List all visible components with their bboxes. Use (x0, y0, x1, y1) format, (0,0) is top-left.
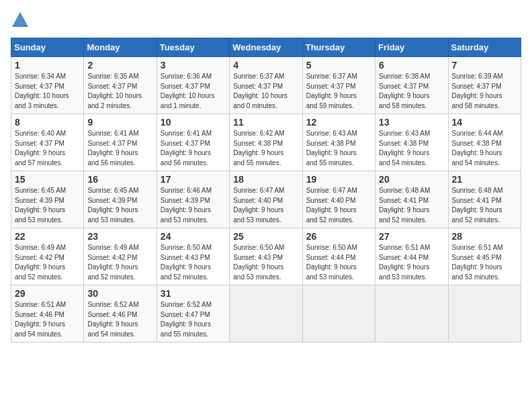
day-info: Sunrise: 6:50 AMSunset: 4:43 PMDaylight:… (161, 243, 226, 282)
day-info: Sunrise: 6:38 AMSunset: 4:37 PMDaylight:… (379, 72, 444, 111)
day-info-line: and 54 minutes. (379, 159, 427, 167)
day-info-line: Sunrise: 6:48 AM (452, 187, 503, 194)
day-info: Sunrise: 6:37 AMSunset: 4:37 PMDaylight:… (233, 72, 298, 111)
calendar-cell: 31Sunrise: 6:52 AMSunset: 4:47 PMDayligh… (157, 285, 229, 342)
day-info-line: Sunset: 4:44 PM (306, 254, 356, 261)
day-info-line: and 56 minutes. (161, 159, 208, 167)
day-info-line: Daylight: 9 hours (15, 149, 65, 156)
col-header-saturday: Saturday (448, 38, 521, 57)
day-info-line: Sunrise: 6:45 AM (15, 187, 66, 194)
day-number: 22 (15, 231, 80, 242)
day-info-line: and 53 minutes. (379, 273, 427, 281)
day-info: Sunrise: 6:51 AMSunset: 4:45 PMDaylight:… (452, 243, 517, 282)
day-info-line: Sunrise: 6:51 AM (379, 244, 430, 251)
day-info: Sunrise: 6:47 AMSunset: 4:40 PMDaylight:… (233, 186, 298, 225)
day-number: 19 (306, 174, 371, 185)
day-info-line: Sunset: 4:40 PM (306, 197, 356, 204)
day-info-line: Sunset: 4:39 PM (161, 197, 210, 204)
col-header-tuesday: Tuesday (157, 38, 229, 57)
day-info: Sunrise: 6:49 AMSunset: 4:42 PMDaylight:… (15, 243, 80, 282)
day-info-line: and 58 minutes. (379, 102, 427, 109)
day-number: 13 (379, 117, 444, 128)
day-info: Sunrise: 6:46 AMSunset: 4:39 PMDaylight:… (161, 186, 226, 225)
day-number: 30 (87, 288, 152, 299)
day-info-line: Sunset: 4:45 PM (452, 254, 502, 261)
day-info-line: and 2 minutes. (87, 102, 132, 109)
day-number: 24 (161, 231, 226, 242)
calendar-cell (302, 285, 375, 342)
day-info: Sunrise: 6:42 AMSunset: 4:38 PMDaylight:… (233, 129, 298, 168)
calendar-cell: 10Sunrise: 6:41 AMSunset: 4:37 PMDayligh… (157, 114, 229, 171)
day-info-line: Daylight: 9 hours (161, 263, 211, 271)
day-info-line: Sunrise: 6:43 AM (379, 130, 430, 137)
day-info-line: Daylight: 9 hours (452, 149, 502, 156)
day-info-line: Sunrise: 6:43 AM (306, 130, 357, 137)
day-info-line: Sunset: 4:46 PM (87, 311, 137, 318)
day-info-line: and 58 minutes. (452, 102, 500, 109)
day-info-line: and 53 minutes. (87, 216, 135, 224)
col-header-friday: Friday (375, 38, 448, 57)
day-info-line: and 54 minutes. (452, 159, 500, 167)
day-number: 16 (87, 174, 152, 185)
day-info-line: Sunrise: 6:40 AM (15, 130, 66, 137)
day-number: 26 (306, 231, 371, 242)
day-info-line: and 52 minutes. (15, 273, 62, 281)
day-info-line: Daylight: 9 hours (161, 320, 211, 328)
day-info-line: Sunset: 4:41 PM (452, 197, 502, 204)
day-info-line: Sunrise: 6:49 AM (87, 244, 138, 251)
day-info-line: Sunset: 4:44 PM (379, 254, 429, 261)
day-info-line: Daylight: 10 hours (15, 92, 69, 99)
day-info-line: Sunset: 4:37 PM (15, 140, 64, 147)
day-info-line: Sunrise: 6:52 AM (161, 301, 212, 308)
calendar-cell (375, 285, 448, 342)
calendar-cell: 25Sunrise: 6:50 AMSunset: 4:43 PMDayligh… (230, 228, 302, 285)
day-info-line: and 54 minutes. (15, 330, 62, 338)
calendar-cell: 30Sunrise: 6:52 AMSunset: 4:46 PMDayligh… (84, 285, 157, 342)
day-info-line: Sunrise: 6:38 AM (379, 73, 430, 80)
day-number: 17 (161, 174, 226, 185)
day-info-line: and 3 minutes. (15, 102, 59, 109)
day-number: 2 (87, 60, 152, 71)
day-info-line: Sunset: 4:37 PM (379, 83, 429, 90)
calendar-cell: 17Sunrise: 6:46 AMSunset: 4:39 PMDayligh… (157, 171, 229, 228)
calendar-cell: 11Sunrise: 6:42 AMSunset: 4:38 PMDayligh… (230, 114, 302, 171)
day-info-line: Sunset: 4:43 PM (161, 254, 210, 261)
day-info-line: Sunset: 4:37 PM (233, 83, 283, 90)
day-info-line: and 52 minutes. (87, 273, 135, 281)
day-info-line: Daylight: 10 hours (161, 92, 215, 99)
day-number: 9 (87, 117, 152, 128)
calendar-cell: 16Sunrise: 6:45 AMSunset: 4:39 PMDayligh… (84, 171, 157, 228)
calendar-cell (230, 285, 302, 342)
day-info: Sunrise: 6:51 AMSunset: 4:44 PMDaylight:… (379, 243, 444, 282)
calendar-cell: 19Sunrise: 6:47 AMSunset: 4:40 PMDayligh… (302, 171, 375, 228)
day-info-line: Sunrise: 6:39 AM (452, 73, 503, 80)
calendar-week-2: 8Sunrise: 6:40 AMSunset: 4:37 PMDaylight… (11, 114, 521, 171)
day-info-line: Sunset: 4:39 PM (15, 197, 64, 204)
day-info-line: Daylight: 9 hours (379, 206, 429, 214)
day-info-line: Sunrise: 6:51 AM (452, 244, 503, 251)
day-info-line: and 0 minutes. (233, 102, 277, 109)
day-info-line: and 55 minutes. (161, 330, 208, 338)
day-info-line: Sunset: 4:37 PM (306, 83, 356, 90)
calendar-cell: 22Sunrise: 6:49 AMSunset: 4:42 PMDayligh… (11, 228, 84, 285)
calendar-cell: 5Sunrise: 6:37 AMSunset: 4:37 PMDaylight… (302, 57, 375, 114)
calendar-cell: 21Sunrise: 6:48 AMSunset: 4:41 PMDayligh… (448, 171, 521, 228)
day-number: 6 (379, 60, 444, 71)
day-info-line: Daylight: 9 hours (87, 149, 138, 156)
day-info-line: and 59 minutes. (306, 102, 354, 109)
day-info-line: Daylight: 9 hours (306, 92, 357, 99)
calendar-table: SundayMondayTuesdayWednesdayThursdayFrid… (11, 38, 521, 342)
day-info-line: Daylight: 9 hours (379, 92, 429, 99)
day-info-line: Sunset: 4:37 PM (161, 140, 210, 147)
day-info-line: Sunset: 4:37 PM (87, 140, 137, 147)
day-info-line: and 52 minutes. (161, 273, 208, 281)
day-info: Sunrise: 6:37 AMSunset: 4:37 PMDaylight:… (306, 72, 371, 111)
day-info: Sunrise: 6:34 AMSunset: 4:37 PMDaylight:… (15, 72, 80, 111)
calendar-week-5: 29Sunrise: 6:51 AMSunset: 4:46 PMDayligh… (11, 285, 521, 342)
day-info-line: Daylight: 9 hours (452, 263, 502, 271)
day-info: Sunrise: 6:44 AMSunset: 4:38 PMDaylight:… (452, 129, 517, 168)
day-info: Sunrise: 6:43 AMSunset: 4:38 PMDaylight:… (379, 129, 444, 168)
day-info: Sunrise: 6:36 AMSunset: 4:37 PMDaylight:… (161, 72, 226, 111)
day-number: 11 (233, 117, 298, 128)
calendar-cell: 14Sunrise: 6:44 AMSunset: 4:38 PMDayligh… (448, 114, 521, 171)
